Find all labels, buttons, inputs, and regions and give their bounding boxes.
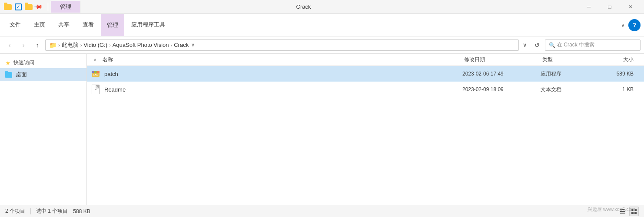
readme-file-icon: ≡ xyxy=(90,84,101,95)
path-sep2: › xyxy=(109,43,111,48)
sidebar-item-desktop-label: 桌面 xyxy=(16,71,27,79)
maximize-button[interactable]: □ xyxy=(600,0,620,14)
help-button[interactable]: ? xyxy=(628,19,641,31)
search-placeholder: 在 Crack 中搜索 xyxy=(557,41,594,49)
path-sep3: › xyxy=(171,43,173,48)
tab-share[interactable]: 共享 xyxy=(52,14,76,36)
ribbon-right: ∨ ? xyxy=(617,14,641,36)
refresh-button[interactable]: ↺ xyxy=(531,39,543,51)
patch-file-type: 应用程序 xyxy=(541,70,597,78)
tab-view[interactable]: 查看 xyxy=(76,14,100,36)
svg-point-3 xyxy=(97,71,99,73)
status-bar: 2 个项目 选中 1 个项目 588 KB xyxy=(0,205,644,217)
svg-point-5 xyxy=(92,71,94,73)
folder-icon xyxy=(3,3,12,11)
tab-tools[interactable]: 应用程序工具 xyxy=(125,14,171,36)
watermark: 兴趣屋 www.xqu5.com xyxy=(588,206,635,213)
status-selected: 选中 1 个项目 xyxy=(36,207,68,215)
close-button[interactable]: ✕ xyxy=(621,0,641,14)
path-chevron: ∨ xyxy=(191,42,195,48)
path-folder2[interactable]: Crack xyxy=(174,42,189,48)
patch-file-date: 2023-02-06 17:49 xyxy=(462,71,541,77)
ribbon-collapse-arrow[interactable]: ∨ xyxy=(617,22,628,28)
sidebar-quick-access: ★ 快速访问 xyxy=(0,57,86,68)
star-icon: ★ xyxy=(5,59,11,66)
address-bar: ‹ › ↑ 📁 › 此电脑 › Vidio (G:) › AquaSoft Ph… xyxy=(0,36,644,54)
txt-icon: ≡ xyxy=(92,85,100,94)
readme-file-name: Readme xyxy=(104,86,462,93)
readme-file-size: 1 KB xyxy=(597,86,641,92)
patch-file-size: 589 KB xyxy=(597,71,641,77)
file-row-patch[interactable]: EXE patch 2023-02-06 17:49 应用程序 589 KB xyxy=(87,66,644,82)
path-folder-icon: 📁 xyxy=(49,42,56,49)
checkmark-icon: ✓ xyxy=(14,3,23,11)
svg-point-4 xyxy=(95,71,96,73)
status-size: 588 KB xyxy=(73,208,90,214)
path-sep0: › xyxy=(58,43,60,48)
path-sep1: › xyxy=(80,43,82,48)
col-header-name[interactable]: 名称 xyxy=(101,56,462,63)
back-button[interactable]: ‹ xyxy=(3,39,16,51)
path-this-pc[interactable]: 此电脑 xyxy=(62,41,79,49)
patch-file-icon: EXE xyxy=(90,69,101,79)
file-list: ∧ 名称 修改日期 类型 大小 EXE patch 2023-02-06 17:… xyxy=(87,54,644,205)
ribbon: 文件 主页 共享 查看 管理 应用程序工具 ∨ ? xyxy=(0,14,644,36)
desktop-folder-icon xyxy=(5,72,12,78)
svg-text:EXE: EXE xyxy=(93,73,98,76)
status-total: 2 个项目 xyxy=(5,207,25,215)
up-button[interactable]: ↑ xyxy=(31,39,43,51)
path-folder1[interactable]: AquaSoft Photo Vision xyxy=(113,42,169,48)
address-dropdown-button[interactable]: ∨ xyxy=(521,42,529,48)
tab-manage[interactable]: 管理 xyxy=(101,14,124,36)
readme-file-type: 文本文档 xyxy=(541,86,597,93)
search-box[interactable]: 🔍 在 Crack 中搜索 xyxy=(545,39,641,51)
tab-file[interactable]: 文件 xyxy=(3,14,27,36)
sort-arrow: ∧ xyxy=(90,57,99,62)
col-header-type[interactable]: 类型 xyxy=(541,56,597,63)
readme-file-date: 2023-02-09 18:09 xyxy=(462,86,541,92)
address-path[interactable]: 📁 › 此电脑 › Vidio (G:) › AquaSoft Photo Vi… xyxy=(45,39,519,51)
file-row-readme[interactable]: ≡ Readme 2023-02-09 18:09 文本文档 1 KB xyxy=(87,82,644,97)
title-bar: ✓ 📌 管理 Crack ─ □ ✕ xyxy=(0,0,644,14)
file-list-header: ∧ 名称 修改日期 类型 大小 xyxy=(87,54,644,66)
path-drive[interactable]: Vidio (G:) xyxy=(83,42,107,48)
status-divider xyxy=(30,208,31,214)
tab-home[interactable]: 主页 xyxy=(28,14,51,36)
minimize-button[interactable]: ─ xyxy=(579,0,599,14)
sidebar: ★ 快速访问 桌面 xyxy=(0,54,87,205)
quick-access-label: 快速访问 xyxy=(13,59,34,66)
col-header-date[interactable]: 修改日期 xyxy=(462,56,541,63)
patch-file-name: patch xyxy=(104,71,462,77)
window-controls: ─ □ ✕ xyxy=(579,0,641,14)
sidebar-item-desktop[interactable]: 桌面 xyxy=(0,68,86,81)
col-header-size[interactable]: 大小 xyxy=(597,56,641,63)
main-container: ★ 快速访问 桌面 ∧ 名称 修改日期 类型 大小 EXE xyxy=(0,54,644,205)
search-icon: 🔍 xyxy=(549,42,555,48)
window-title: Crack xyxy=(28,3,579,10)
forward-button[interactable]: › xyxy=(17,39,30,51)
